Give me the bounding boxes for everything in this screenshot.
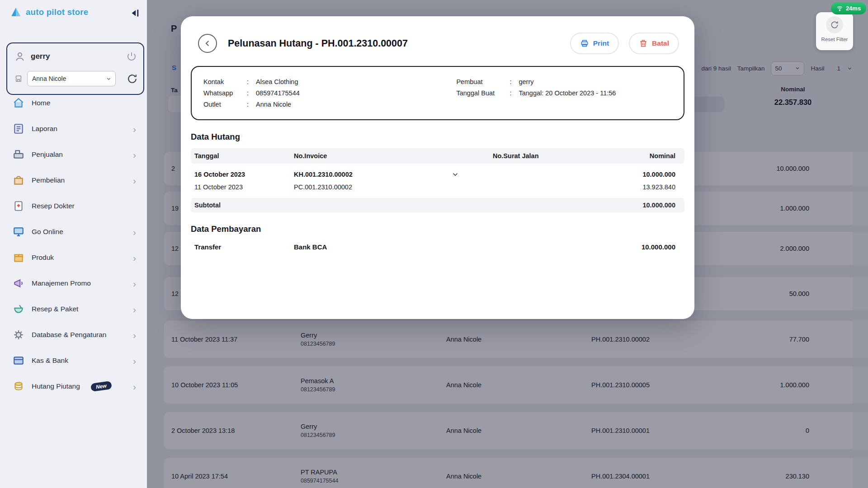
chevron-right-icon: › — [133, 124, 136, 134]
brand: auto pilot store — [10, 6, 88, 18]
sidebar-item-label: Resep Dokter — [32, 202, 75, 210]
info-label: Outlet — [203, 100, 247, 109]
sidebar-item-label: Home — [32, 99, 50, 107]
product-icon — [13, 252, 24, 263]
chevron-right-icon: › — [133, 356, 136, 366]
hutang-row: 16 October 2023 KH.001.2310.00002 10.000… — [194, 168, 681, 181]
col-invoice: No.Invoice — [294, 152, 493, 160]
hutang-table-header: Tanggal No.Invoice No.Surat Jalan Nomina… — [191, 148, 684, 164]
sidebar-item-resep-paket[interactable]: Resep & Paket › — [0, 299, 147, 319]
sidebar-item-manajemen-promo[interactable]: Manajemen Promo › — [0, 273, 147, 293]
payment-method: Transfer — [194, 243, 294, 251]
sidebar-item-kas-bank[interactable]: Kas & Bank › — [0, 351, 147, 371]
sidebar-item-resep-dokter[interactable]: Resep Dokter — [0, 196, 147, 216]
info-label: Whatsapp — [203, 89, 247, 98]
colon: : — [247, 100, 256, 109]
payment-row: Transfer Bank BCA 10.000.000 — [191, 243, 684, 251]
promo-icon — [13, 277, 24, 289]
info-value: Tanggal: 20 October 2023 - 11:56 — [519, 89, 616, 98]
user-card: gerry Anna Nicole — [6, 42, 144, 95]
sidebar-item-home[interactable]: Home — [0, 93, 147, 113]
print-button[interactable]: Print — [570, 33, 619, 54]
sidebar: auto pilot store gerry Anna Nicole — [0, 0, 147, 488]
chevron-right-icon: › — [133, 176, 136, 185]
sidebar-item-hutang-piutang[interactable]: Hutang Piutang New › — [0, 376, 147, 396]
prescription-icon — [13, 200, 24, 212]
hutang-nominal: 10.000.000 — [594, 171, 681, 178]
latency-badge: 24ms — [831, 2, 866, 14]
reset-filter-label: Reset Filter — [821, 37, 848, 42]
user-icon — [14, 51, 25, 62]
sidebar-item-label: Produk — [32, 253, 54, 262]
latency-value: 24ms — [846, 5, 861, 12]
outlet-refresh-icon[interactable] — [127, 73, 138, 84]
chevron-right-icon: › — [133, 253, 136, 263]
hutang-invoice: PC.001.2310.00002 — [294, 183, 352, 191]
sidebar-item-laporan[interactable]: Laporan › — [0, 119, 147, 139]
info-value: Anna Nicole — [256, 100, 291, 109]
outlet-icon — [14, 75, 23, 83]
print-button-label: Print — [593, 39, 609, 47]
refresh-icon[interactable] — [826, 16, 843, 33]
sidebar-menu: Home Laporan › Penjualan › Pembelian › R… — [0, 93, 147, 402]
info-value: gerry — [519, 77, 533, 86]
hutang-table: Tanggal No.Invoice No.Surat Jalan Nomina… — [191, 148, 684, 212]
user-name: gerry — [31, 52, 126, 61]
sidebar-item-database-pengaturan[interactable]: Database & Pengaturan › — [0, 325, 147, 345]
sidebar-item-produk[interactable]: Produk › — [0, 248, 147, 267]
sidebar-item-penjualan[interactable]: Penjualan › — [0, 145, 147, 164]
online-icon — [13, 226, 24, 238]
colon: : — [509, 77, 519, 86]
col-nominal: Nominal — [594, 152, 681, 160]
subtotal-value: 10.000.000 — [594, 202, 681, 209]
chevron-down-icon — [106, 76, 112, 82]
back-icon[interactable] — [198, 34, 217, 53]
info-label: Kontak — [203, 77, 247, 86]
cancel-button[interactable]: Batal — [629, 33, 679, 54]
bank-icon — [13, 355, 24, 366]
sidebar-item-label: Hutang Piutang — [32, 382, 80, 390]
recipe-icon — [13, 303, 24, 315]
expand-chevron-icon[interactable] — [451, 170, 459, 178]
purchase-icon — [13, 174, 24, 186]
chevron-right-icon: › — [133, 305, 136, 314]
database-icon — [13, 329, 24, 341]
sidebar-item-label: Manajemen Promo — [32, 279, 91, 287]
payment-detail: Bank BCA — [294, 243, 493, 251]
subtotal-label: Subtotal — [194, 202, 294, 209]
colon: : — [247, 77, 256, 86]
sidebar-item-label: Go Online — [32, 228, 63, 236]
sidebar-item-label: Database & Pengaturan — [32, 331, 106, 339]
modal-header: Pelunasan Hutang - PH.001.2310.00007 Pri… — [181, 16, 694, 54]
col-surat-jalan: No.Surat Jalan — [493, 152, 594, 160]
col-tanggal: Tanggal — [194, 152, 294, 160]
app-root: auto pilot store gerry Anna Nicole — [0, 0, 868, 488]
chevron-right-icon: › — [133, 330, 136, 340]
data-hutang-heading: Data Hutang — [191, 132, 684, 142]
sidebar-item-label: Pembelian — [32, 176, 65, 184]
chevron-right-icon: › — [133, 227, 136, 237]
home-icon — [13, 97, 24, 109]
info-label: Pembuat — [456, 77, 509, 86]
info-label: Tanggal Buat — [456, 89, 509, 98]
sidebar-item-label: Resep & Paket — [32, 305, 78, 313]
modal-title: Pelunasan Hutang - PH.001.2310.00007 — [228, 38, 570, 49]
hutang-tanggal: 11 October 2023 — [194, 183, 294, 191]
brand-name: auto pilot store — [26, 7, 88, 17]
trash-icon — [639, 39, 648, 48]
outlet-select[interactable]: Anna Nicole — [27, 71, 116, 86]
pelunasan-hutang-modal: Pelunasan Hutang - PH.001.2310.00007 Pri… — [181, 16, 694, 319]
sidebar-collapse-icon[interactable] — [129, 7, 141, 19]
logout-power-icon[interactable] — [126, 51, 137, 62]
hutang-subrow: 11 October 2023 PC.001.2310.00002 13.923… — [194, 181, 681, 193]
reset-filter-button[interactable]: Reset Filter — [816, 12, 853, 50]
outlet-select-value: Anna Nicole — [32, 75, 66, 82]
info-value: 085974175544 — [256, 89, 300, 98]
subtotal-row: Subtotal 10.000.000 — [191, 198, 684, 212]
sales-icon — [13, 149, 24, 160]
sidebar-item-label: Kas & Bank — [32, 357, 68, 365]
document-info-box: Kontak:Alsea Clothing Whatsapp:085974175… — [191, 66, 684, 120]
report-icon — [13, 123, 24, 135]
sidebar-item-go-online[interactable]: Go Online › — [0, 222, 147, 242]
sidebar-item-pembelian[interactable]: Pembelian › — [0, 170, 147, 190]
